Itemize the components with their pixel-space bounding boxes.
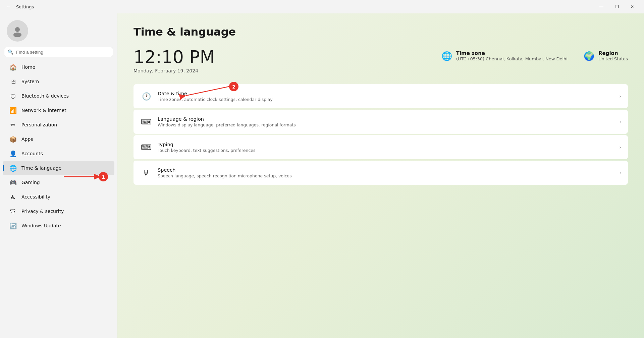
setting-card-speech[interactable]: 🎙 Speech Speech language, speech recogni… xyxy=(133,161,628,185)
nav-icon-windows-update: 🔄 xyxy=(9,222,17,229)
timezone-icon: 🌐 xyxy=(441,51,452,61)
region-icon: 🌍 xyxy=(584,51,594,61)
page-title: Time & language xyxy=(133,25,628,38)
minimize-button[interactable]: — xyxy=(594,1,609,12)
sidebar-item-time-language[interactable]: 🌐 Time & language xyxy=(3,161,114,175)
svg-point-1 xyxy=(13,33,21,37)
back-button[interactable]: ← xyxy=(4,2,13,11)
nav-icon-accessibility: ♿ xyxy=(9,193,17,201)
window-controls: — ❐ ✕ xyxy=(594,1,640,12)
region-label: Region xyxy=(598,50,628,56)
sidebar-nav: 🏠 Home 🖥 System ⬡ Bluetooth & devices 📶 … xyxy=(0,60,117,233)
nav-label-gaming: Gaming xyxy=(21,180,108,185)
titlebar: ← Settings — ❐ ✕ xyxy=(0,0,644,13)
nav-label-home: Home xyxy=(21,64,108,70)
titlebar-title: Settings xyxy=(16,4,34,9)
chevron-right-icon-speech: › xyxy=(619,170,621,175)
current-time: 12:10 PM xyxy=(133,48,428,67)
timezone-value: (UTC+05:30) Chennai, Kolkata, Mumbai, Ne… xyxy=(456,56,568,61)
setting-card-language-region[interactable]: ⌨ Language & region Windows display lang… xyxy=(133,110,628,134)
nav-label-bluetooth: Bluetooth & devices xyxy=(21,93,108,99)
nav-icon-network: 📶 xyxy=(9,107,17,114)
current-date: Monday, February 19, 2024 xyxy=(133,68,428,73)
setting-icon-language-region: ⌨ xyxy=(140,116,152,128)
setting-desc-typing: Touch keyboard, text suggestions, prefer… xyxy=(158,148,614,153)
nav-icon-gaming: 🎮 xyxy=(9,179,17,186)
sidebar-item-home[interactable]: 🏠 Home xyxy=(3,60,114,74)
nav-icon-home: 🏠 xyxy=(9,63,17,71)
search-icon: 🔍 xyxy=(8,49,13,55)
time-info-cards: 🌐 Time zone (UTC+05:30) Chennai, Kolkata… xyxy=(441,48,628,61)
sidebar: 🔍 🏠 Home 🖥 System ⬡ Bluetooth & devices … xyxy=(0,13,117,338)
setting-title-typing: Typing xyxy=(158,142,614,147)
nav-label-personalization: Personalization xyxy=(21,122,108,127)
nav-label-windows-update: Windows Update xyxy=(21,223,108,228)
maximize-button[interactable]: ❐ xyxy=(609,1,625,12)
region-text: Region United States xyxy=(598,50,628,61)
region-card: 🌍 Region United States xyxy=(584,50,628,61)
chevron-right-icon-typing: › xyxy=(619,145,621,150)
sidebar-item-bluetooth[interactable]: ⬡ Bluetooth & devices xyxy=(3,89,114,103)
time-header: 12:10 PM Monday, February 19, 2024 🌐 Tim… xyxy=(133,48,628,73)
sidebar-item-network[interactable]: 📶 Network & internet xyxy=(3,103,114,117)
sidebar-item-accessibility[interactable]: ♿ Accessibility xyxy=(3,190,114,204)
search-box[interactable]: 🔍 xyxy=(4,47,113,57)
nav-label-time-language: Time & language xyxy=(21,165,108,171)
chevron-right-icon-date-time: › xyxy=(619,94,621,99)
sidebar-item-privacy-security[interactable]: 🛡 Privacy & security xyxy=(3,204,114,218)
setting-desc-language-region: Windows display language, preferred lang… xyxy=(158,122,614,127)
region-value: United States xyxy=(598,56,628,61)
nav-label-accounts: Accounts xyxy=(21,151,108,156)
sidebar-item-personalization[interactable]: ✏️ Personalization xyxy=(3,118,114,132)
nav-label-system: System xyxy=(21,79,108,84)
svg-point-0 xyxy=(15,27,20,32)
nav-icon-privacy-security: 🛡 xyxy=(9,208,17,215)
nav-icon-personalization: ✏️ xyxy=(9,121,17,128)
setting-card-typing[interactable]: ⌨️ Typing Touch keyboard, text suggestio… xyxy=(133,135,628,159)
nav-label-apps: Apps xyxy=(21,136,108,142)
sidebar-item-accounts[interactable]: 👤 Accounts xyxy=(3,147,114,161)
sidebar-item-system[interactable]: 🖥 System xyxy=(3,74,114,89)
nav-label-accessibility: Accessibility xyxy=(21,194,108,200)
app-body: 🔍 🏠 Home 🖥 System ⬡ Bluetooth & devices … xyxy=(0,13,644,338)
timezone-text: Time zone (UTC+05:30) Chennai, Kolkata, … xyxy=(456,50,568,61)
setting-icon-date-time: 🕐 xyxy=(140,90,152,102)
nav-icon-system: 🖥 xyxy=(9,78,17,85)
search-input[interactable] xyxy=(16,50,109,55)
settings-list: 🕐 Date & time Time zones, automatic cloc… xyxy=(133,84,628,185)
nav-icon-apps: 📦 xyxy=(9,135,17,143)
nav-label-privacy-security: Privacy & security xyxy=(21,209,108,214)
setting-title-speech: Speech xyxy=(158,167,614,173)
sidebar-item-gaming[interactable]: 🎮 Gaming xyxy=(3,175,114,189)
chevron-right-icon-language-region: › xyxy=(619,119,621,124)
setting-icon-speech: 🎙 xyxy=(140,167,152,179)
setting-desc-speech: Speech language, speech recognition micr… xyxy=(158,173,614,178)
timezone-label: Time zone xyxy=(456,50,568,56)
nav-icon-bluetooth: ⬡ xyxy=(9,92,17,100)
sidebar-item-windows-update[interactable]: 🔄 Windows Update xyxy=(3,219,114,233)
setting-icon-typing: ⌨️ xyxy=(140,141,152,153)
time-display: 12:10 PM Monday, February 19, 2024 xyxy=(133,48,428,73)
setting-card-date-time[interactable]: 🕐 Date & time Time zones, automatic cloc… xyxy=(133,84,628,108)
close-button[interactable]: ✕ xyxy=(625,1,640,12)
sidebar-profile xyxy=(0,13,117,47)
setting-title-language-region: Language & region xyxy=(158,116,614,122)
setting-title-date-time: Date & time xyxy=(158,91,614,96)
main-content: Time & language 12:10 PM Monday, Februar… xyxy=(117,13,644,338)
nav-label-network: Network & internet xyxy=(21,108,108,113)
setting-desc-date-time: Time zones, automatic clock settings, ca… xyxy=(158,97,614,102)
sidebar-item-apps[interactable]: 📦 Apps xyxy=(3,132,114,146)
nav-icon-accounts: 👤 xyxy=(9,150,17,157)
nav-icon-time-language: 🌐 xyxy=(9,164,17,172)
timezone-card: 🌐 Time zone (UTC+05:30) Chennai, Kolkata… xyxy=(441,50,568,61)
avatar xyxy=(7,20,28,42)
